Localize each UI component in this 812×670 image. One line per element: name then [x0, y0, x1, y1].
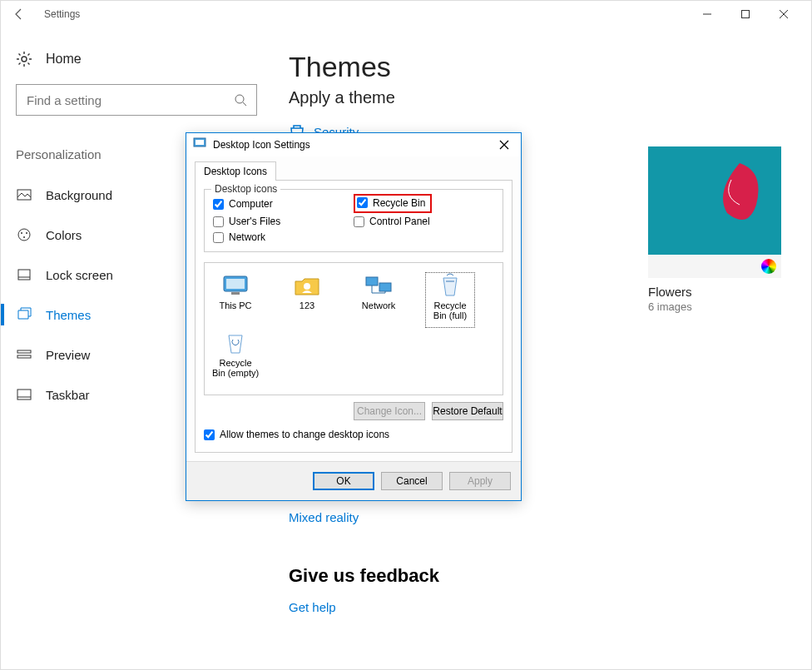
- theme-image-count: 6 images: [648, 300, 781, 313]
- home-button[interactable]: Home: [16, 51, 255, 67]
- svg-point-6: [18, 229, 30, 241]
- svg-line-4: [243, 102, 246, 106]
- maximize-button[interactable]: [726, 1, 765, 27]
- tab-desktop-icons[interactable]: Desktop Icons: [195, 161, 276, 181]
- checkbox-users-files[interactable]: User's Files: [213, 216, 354, 227]
- svg-rect-12: [17, 350, 31, 353]
- page-subtitle: Apply a theme: [289, 88, 795, 107]
- desktop-icons-fieldset: Desktop icons Computer Recycle Bin User'…: [204, 189, 503, 252]
- sidebar-item-label: Lock screen: [46, 268, 113, 282]
- highlight-recycle-bin: Recycle Bin: [354, 194, 432, 213]
- sidebar-item-label: Themes: [46, 308, 91, 322]
- palette-icon: [16, 226, 32, 243]
- icon-recycle-bin-empty[interactable]: Recycle Bin (empty): [211, 330, 260, 385]
- sidebar-item-label: Colors: [46, 228, 82, 242]
- feedback-heading: Give us feedback: [289, 565, 439, 587]
- dialog-app-icon: [193, 136, 206, 153]
- themes-icon: [16, 306, 32, 323]
- cancel-button[interactable]: Cancel: [381, 472, 443, 490]
- sidebar-item-label: Preview: [46, 348, 90, 362]
- sidebar-item-label: Taskbar: [46, 388, 90, 402]
- svg-rect-10: [18, 270, 30, 280]
- svg-rect-22: [226, 279, 245, 289]
- checkbox-control-panel[interactable]: Control Panel: [354, 216, 494, 227]
- checkbox-allow-themes[interactable]: Allow themes to change desktop icons: [204, 429, 503, 440]
- picture-icon: [16, 186, 32, 203]
- ok-button[interactable]: OK: [313, 472, 374, 490]
- icon-label: This PC: [219, 300, 251, 310]
- change-icon-button[interactable]: Change Icon...: [354, 402, 425, 420]
- svg-rect-25: [366, 277, 378, 285]
- color-wheel-icon: [761, 259, 776, 274]
- sidebar-item-label: Background: [46, 188, 112, 202]
- svg-rect-18: [648, 146, 781, 255]
- desktop-icon-settings-dialog: Desktop Icon Settings Desktop Icons Desk…: [186, 132, 522, 501]
- svg-rect-14: [17, 390, 31, 400]
- checkbox-recycle-bin[interactable]: Recycle Bin: [357, 197, 425, 209]
- svg-rect-13: [17, 355, 31, 358]
- back-button[interactable]: [9, 4, 29, 24]
- fieldset-legend: Desktop icons: [211, 183, 280, 195]
- svg-rect-23: [231, 292, 240, 295]
- svg-point-7: [21, 232, 22, 234]
- checkbox-network[interactable]: Network: [213, 231, 354, 243]
- apply-button[interactable]: Apply: [449, 472, 511, 490]
- icon-label: Recycle Bin (empty): [211, 358, 260, 378]
- icon-recycle-bin-full[interactable]: Recycle Bin (full): [426, 273, 474, 327]
- svg-point-3: [235, 95, 244, 103]
- icon-label: Recycle Bin (full): [426, 300, 474, 320]
- svg-point-2: [22, 57, 27, 62]
- gear-icon: [16, 51, 32, 67]
- restore-default-button[interactable]: Restore Default: [432, 402, 503, 420]
- svg-rect-20: [196, 140, 204, 145]
- dialog-title: Desktop Icon Settings: [213, 139, 310, 151]
- svg-rect-26: [379, 283, 391, 291]
- icon-label: Network: [362, 300, 395, 310]
- svg-point-8: [26, 232, 27, 234]
- mixed-reality-link[interactable]: Mixed reality: [289, 510, 359, 524]
- window-title: Settings: [44, 8, 80, 20]
- search-icon: [225, 93, 256, 107]
- search-input[interactable]: [16, 84, 257, 116]
- lock-screen-icon: [16, 266, 32, 283]
- get-help-link[interactable]: Get help: [289, 600, 336, 614]
- svg-point-9: [23, 236, 25, 238]
- taskbar-icon: [16, 386, 32, 403]
- icon-user-folder[interactable]: 123: [283, 273, 331, 327]
- icon-label: 123: [300, 300, 314, 310]
- svg-point-24: [304, 283, 310, 290]
- icon-preview-grid: This PC 123 Network Recycle Bin (full) R…: [204, 262, 503, 395]
- minimize-button[interactable]: [688, 1, 726, 27]
- theme-card-flowers[interactable]: Flowers 6 images: [648, 146, 781, 313]
- home-label: Home: [46, 52, 82, 67]
- svg-rect-1: [742, 11, 750, 18]
- theme-thumbnail: [648, 146, 781, 255]
- theme-name: Flowers: [648, 285, 781, 299]
- icon-network[interactable]: Network: [354, 273, 403, 327]
- icon-this-pc[interactable]: This PC: [211, 273, 260, 327]
- search-field[interactable]: [17, 93, 225, 107]
- close-button[interactable]: [765, 1, 803, 27]
- page-title: Themes: [289, 51, 795, 83]
- checkbox-computer[interactable]: Computer: [213, 196, 354, 211]
- dialog-close-button[interactable]: [494, 135, 514, 155]
- preview-icon: [16, 346, 32, 363]
